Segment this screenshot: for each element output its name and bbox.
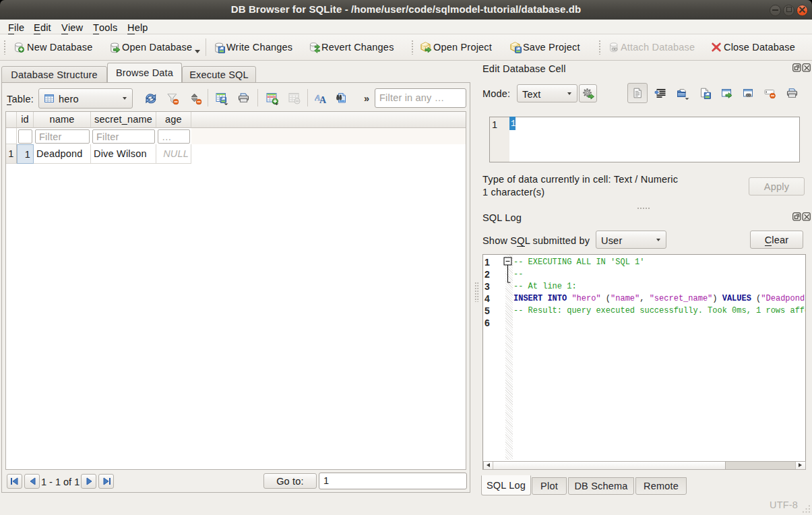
svg-text:A: A <box>319 95 327 104</box>
